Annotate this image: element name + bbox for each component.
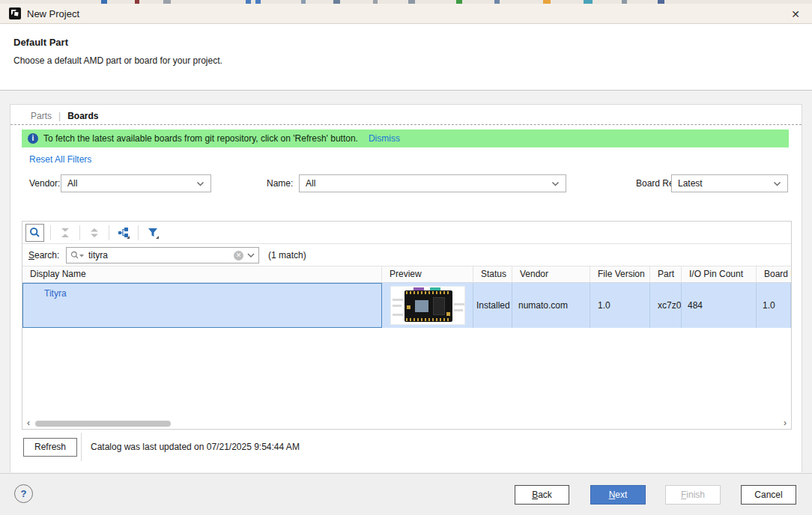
dialog-footer: ? Back Next Finish Cancel — [0, 473, 812, 515]
close-icon[interactable]: ✕ — [788, 7, 803, 22]
filter-button[interactable] — [145, 225, 161, 241]
column-header-display-name[interactable]: Display Name — [22, 266, 382, 283]
match-count: (1 match) — [268, 250, 306, 260]
new-project-dialog: New Project ✕ Default Part Choose a defa… — [0, 0, 812, 515]
vendor-value: All — [67, 178, 196, 189]
toolbar-divider — [50, 225, 51, 240]
info-icon: i — [28, 133, 38, 144]
cell-io-pin-count: 484 — [682, 283, 757, 328]
page-subtitle: Choose a default AMD part or board for y… — [13, 55, 222, 66]
cell-board-rev: 1.0 — [757, 283, 791, 328]
search-toggle-button[interactable] — [25, 224, 44, 242]
cell-part: xc7z020 — [650, 283, 682, 328]
cell-file-version: 1.0 — [590, 283, 650, 328]
expand-all-button[interactable] — [86, 225, 103, 241]
refresh-button[interactable]: Refresh — [23, 438, 77, 457]
tab-separator: | — [58, 111, 61, 121]
collapse-all-icon — [60, 228, 70, 238]
search-field-icon — [70, 251, 84, 260]
scrollbar-thumb[interactable] — [35, 421, 171, 427]
toolbar-divider — [79, 225, 80, 240]
content-area: Parts | Boards i To fetch the latest ava… — [0, 91, 812, 473]
table-row[interactable]: Tityra — [22, 283, 791, 328]
cell-preview — [382, 283, 473, 328]
scroll-right-icon[interactable]: › — [781, 418, 790, 429]
column-header-vendor[interactable]: Vendor — [512, 266, 590, 283]
cell-display-name[interactable]: Tityra — [22, 283, 382, 328]
dialog-title: New Project — [27, 8, 79, 19]
board-table-panel: Search: tityra ✕ (1 match) — [22, 221, 792, 430]
chevron-down-icon — [196, 181, 204, 186]
scroll-left-icon[interactable]: ‹ — [24, 418, 33, 429]
part-board-tabs: Parts | Boards — [31, 109, 98, 124]
help-button[interactable]: ? — [14, 484, 33, 503]
reset-all-filters-link[interactable]: Reset All Filters — [29, 154, 91, 165]
vendor-dropdown[interactable]: All — [61, 174, 211, 192]
toolbar-divider — [109, 225, 109, 240]
finish-button[interactable]: Finish — [665, 485, 721, 505]
search-history-chevron-icon[interactable] — [247, 253, 255, 258]
dismiss-link[interactable]: Dismiss — [369, 133, 400, 144]
search-input[interactable]: tityra ✕ — [66, 247, 259, 263]
vendor-label: Vendor: — [29, 178, 60, 189]
group-by-icon — [118, 227, 130, 239]
name-label: Name: — [267, 178, 293, 189]
vivado-logo-icon — [9, 7, 21, 19]
filter-icon — [147, 227, 159, 239]
table-header: Display Name Preview Status Vendor File … — [22, 266, 791, 283]
board-rev-dropdown[interactable]: Latest — [671, 174, 788, 192]
column-header-part[interactable]: Part — [650, 266, 682, 283]
banner-message: To fetch the latest available boards fro… — [43, 133, 358, 144]
search-icon — [29, 227, 40, 238]
toolbar-divider — [138, 225, 139, 240]
cell-vendor: numato.com — [512, 283, 590, 328]
clear-search-icon[interactable]: ✕ — [234, 251, 243, 260]
column-header-file-version[interactable]: File Version — [590, 266, 650, 283]
selector-panel: Parts | Boards i To fetch the latest ava… — [10, 104, 802, 472]
tab-divider — [10, 124, 802, 125]
board-rev-value: Latest — [678, 178, 773, 189]
next-button[interactable]: Next — [590, 485, 646, 505]
tab-parts[interactable]: Parts — [31, 111, 52, 121]
name-value: All — [306, 178, 551, 189]
chevron-down-icon — [773, 181, 781, 186]
search-label: Search: — [28, 250, 59, 260]
group-by-button[interactable] — [115, 225, 132, 241]
cancel-button[interactable]: Cancel — [741, 485, 796, 505]
search-value: tityra — [88, 250, 234, 260]
column-header-board-rev[interactable]: Board Rev — [757, 266, 791, 283]
search-row: Search: tityra ✕ (1 match) — [22, 244, 791, 266]
tab-boards[interactable]: Boards — [67, 111, 98, 121]
cell-status: Installed — [473, 283, 512, 328]
info-banner: i To fetch the latest available boards f… — [22, 129, 789, 147]
table-toolbar — [22, 222, 791, 244]
collapse-all-button[interactable] — [57, 225, 73, 241]
wizard-header: Default Part Choose a default AMD part o… — [0, 24, 812, 91]
horizontal-scrollbar[interactable]: ‹ › — [22, 418, 791, 429]
refresh-divider — [81, 433, 82, 461]
expand-all-icon — [89, 228, 100, 238]
board-preview-image — [390, 286, 465, 325]
back-button[interactable]: Back — [515, 485, 569, 505]
column-header-status[interactable]: Status — [473, 266, 512, 283]
name-dropdown[interactable]: All — [299, 174, 566, 192]
column-header-io-pin-count[interactable]: I/O Pin Count — [682, 266, 757, 283]
catalog-status-text: Catalog was last updated on 07/21/2025 9… — [91, 442, 300, 452]
column-header-preview[interactable]: Preview — [382, 266, 473, 283]
chevron-down-icon — [551, 181, 560, 186]
page-title: Default Part — [13, 37, 68, 48]
dialog-titlebar: New Project ✕ — [0, 4, 812, 24]
